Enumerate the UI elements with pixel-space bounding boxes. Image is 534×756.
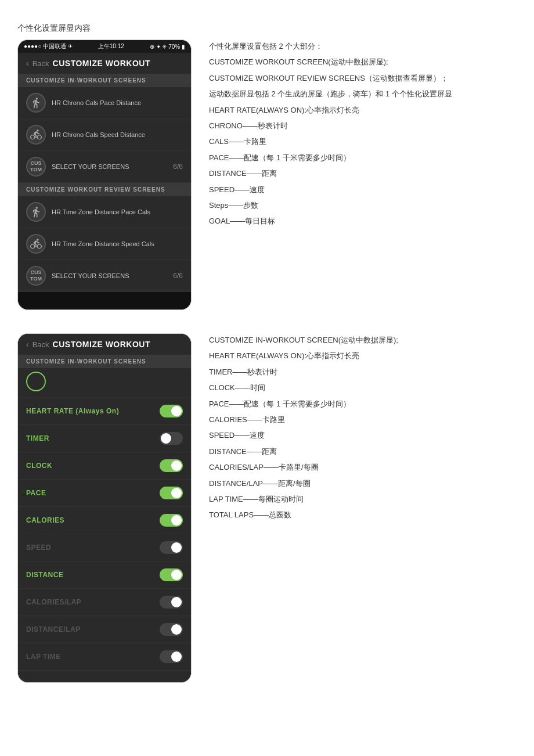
description-1: 个性化屏显设置包括 2 个大部分： CUSTOMIZE WORKOUT SCRE…	[209, 39, 517, 310]
desc1-line-11: GOAL——每日目标	[209, 214, 517, 228]
toggle-laptime[interactable]	[160, 650, 183, 663]
toggle-label-heartrate: HEART RATE (Always On)	[26, 407, 119, 415]
custom-icon-1: CUSTOM	[26, 157, 46, 177]
desc1-line-2: CUSTOMIZE WORKOUT REVIEW SCREENS（运动数据查看屏…	[209, 71, 517, 85]
section-header-review: CUSTOMIZE WORKOUT REVIEW SCREENS	[18, 183, 191, 196]
toggle-timer[interactable]	[160, 432, 183, 445]
desc2-line-7: DISTANCE——距离	[209, 445, 517, 458]
toggle-row-speed[interactable]: SPEED	[18, 534, 191, 561]
desc2-line-11: TOTAL LAPS——总圈数	[209, 508, 517, 521]
header-title-1: CUSTOMIZE WORKOUT	[53, 59, 150, 68]
toggle-speed[interactable]	[160, 541, 183, 554]
status-left-1: ●●●●○ 中国联通 ✈	[24, 42, 73, 51]
status-right-1: ⊕ ✦ ✳ 70% ▮	[150, 44, 185, 50]
run-review-row[interactable]: HR Time Zone Distance Pace Cals	[18, 196, 191, 228]
custom-review-row-count: 6/6	[173, 272, 183, 280]
run-row-1[interactable]: HR Chrono Cals Pace Distance	[18, 87, 191, 119]
phone-mockup-2: ‹ Back CUSTOMIZE WORKOUT CUSTOMIZE IN-WO…	[17, 333, 192, 683]
back-text-2: Back	[33, 340, 49, 349]
toggle-label-distancelap: DISTANCE/LAP	[26, 625, 81, 633]
desc2-line-8: CALORIES/LAP——卡路里/每圈	[209, 460, 517, 474]
toggle-label-laptime: LAP TIME	[26, 653, 61, 661]
status-center-1: 上午10:12	[98, 42, 124, 51]
desc1-line-4: HEART RATE(ALWAYS ON):心率指示灯长亮	[209, 103, 517, 117]
toggle-distancelap[interactable]	[160, 623, 183, 636]
bike-icon-2	[26, 234, 46, 254]
toggle-row-distancelap[interactable]: DISTANCE/LAP	[18, 616, 191, 643]
toggle-label-calorieslap: CALORIES/LAP	[26, 598, 81, 606]
desc1-line-0: 个性化屏显设置包括 2 个大部分：	[209, 39, 517, 53]
toggle-label-pace: PACE	[26, 489, 46, 497]
toggle-row-timer[interactable]: TIMER	[18, 425, 191, 452]
desc2-line-2: TIMER——秒表计时	[209, 365, 517, 379]
description-2: CUSTOMIZE IN-WORKOUT SCREEN(运动中数据屏显); HE…	[209, 333, 517, 683]
desc2-line-10: LAP TIME——每圈运动时间	[209, 492, 517, 506]
toggle-row-clock[interactable]: CLOCK	[18, 452, 191, 480]
desc2-line-0: CUSTOMIZE IN-WORKOUT SCREEN(运动中数据屏显);	[209, 333, 517, 347]
bike-row-1[interactable]: HR Chrono Cals Speed Distance	[18, 119, 191, 151]
bike-review-row[interactable]: HR Time Zone Distance Speed Cals	[18, 228, 191, 260]
toggle-label-distance: DISTANCE	[26, 571, 63, 579]
toggle-row-heartrate[interactable]: HEART RATE (Always On)	[18, 398, 191, 425]
bike-icon-1	[26, 125, 46, 145]
back-text-1: Back	[33, 59, 49, 68]
toggle-clock[interactable]	[160, 459, 183, 472]
back-arrow-1: ‹	[26, 59, 29, 68]
section-header-inworkout-2: CUSTOMIZE IN-WORKOUT SCREENS	[18, 355, 191, 368]
phone1-header: ‹ Back CUSTOMIZE WORKOUT	[18, 53, 191, 74]
toggle-calories[interactable]	[160, 514, 183, 527]
bike-row-1-text: HR Chrono Cals Speed Distance	[52, 131, 183, 138]
back-arrow-2: ‹	[26, 340, 29, 349]
toggle-row-pace[interactable]: PACE	[18, 480, 191, 507]
desc1-line-7: PACE——配速（每 1 千米需要多少时间）	[209, 151, 517, 164]
custom-row-1-text: SELECT YOUR SCREENS	[52, 163, 167, 170]
toggle-distance[interactable]	[160, 568, 183, 581]
desc2-line-5: CALORIES——卡路里	[209, 413, 517, 426]
toggle-label-calories: CALORIES	[26, 516, 64, 524]
run-review-row-text: HR Time Zone Distance Pace Cals	[52, 208, 183, 215]
run-row-1-text: HR Chrono Cals Pace Distance	[52, 99, 183, 106]
desc2-line-4: PACE——配速（每 1 千米需要多少时间）	[209, 397, 517, 411]
custom-row-1[interactable]: CUSTOM SELECT YOUR SCREENS 6/6	[18, 151, 191, 183]
desc2-line-3: CLOCK——时间	[209, 381, 517, 394]
desc1-line-3: 运动数据屏显包括 2 个生成的屏显（跑步，骑车）和 1 个个性化设置屏显	[209, 87, 517, 100]
toggle-row-distance[interactable]: DISTANCE	[18, 561, 191, 589]
page-section-title: 个性化设置屏显内容	[17, 23, 517, 34]
toggle-calorieslap[interactable]	[160, 596, 183, 609]
custom-review-row[interactable]: CUSTOM SELECT YOUR SCREENS 6/6	[18, 260, 191, 292]
desc1-line-9: SPEED——速度	[209, 183, 517, 196]
custom-icon-2: CUSTOM	[26, 266, 46, 286]
desc1-line-5: CHRONO——秒表计时	[209, 119, 517, 132]
desc1-line-10: Steps——步数	[209, 199, 517, 212]
desc1-line-6: CALS——卡路里	[209, 135, 517, 148]
toggle-row-calorieslap[interactable]: CALORIES/LAP	[18, 589, 191, 616]
bike-review-row-text: HR Time Zone Distance Speed Cals	[52, 240, 183, 247]
toggle-label-timer: TIMER	[26, 434, 49, 442]
section-header-inworkout: CUSTOMIZE IN-WORKOUT SCREENS	[18, 74, 191, 87]
run-icon-2	[26, 202, 46, 222]
toggle-heartrate[interactable]	[160, 405, 183, 417]
custom-review-row-text: SELECT YOUR SCREENS	[52, 272, 167, 279]
toggle-row-laptime[interactable]: LAP TIME	[18, 643, 191, 671]
toggle-label-clock: CLOCK	[26, 462, 52, 470]
desc2-line-9: DISTANCE/LAP——距离/每圈	[209, 477, 517, 490]
header-title-2: CUSTOMIZE WORKOUT	[53, 340, 150, 349]
toggle-pace[interactable]	[160, 487, 183, 499]
phone2-header: ‹ Back CUSTOMIZE WORKOUT	[18, 334, 191, 355]
run-icon-1	[26, 93, 46, 113]
toggle-row-calories[interactable]: CALORIES	[18, 507, 191, 534]
desc2-line-6: SPEED——速度	[209, 429, 517, 442]
status-bar-1: ●●●●○ 中国联通 ✈ 上午10:12 ⊕ ✦ ✳ 70% ▮	[18, 40, 191, 53]
custom-row-1-count: 6/6	[173, 163, 183, 171]
toggle-label-speed: SPEED	[26, 543, 51, 552]
desc1-line-1: CUSTOMIZE WORKOUT SCREEN(运动中数据屏显);	[209, 55, 517, 69]
phone-mockup-1: ●●●●○ 中国联通 ✈ 上午10:12 ⊕ ✦ ✳ 70% ▮ ‹ Back …	[17, 39, 192, 310]
desc2-line-1: HEART RATE(ALWAYS ON):心率指示灯长亮	[209, 349, 517, 362]
desc1-line-8: DISTANCE——距离	[209, 167, 517, 180]
